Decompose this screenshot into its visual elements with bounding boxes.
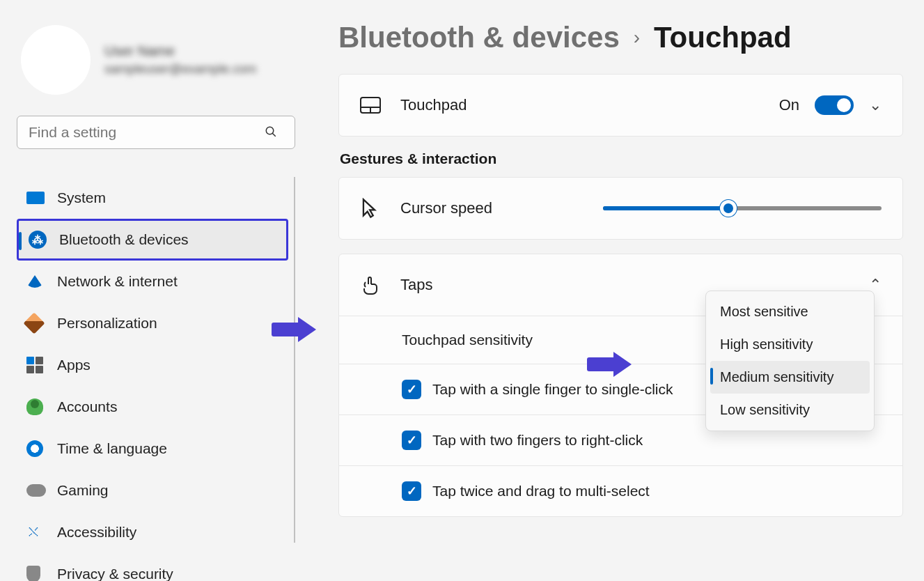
person-icon	[26, 398, 57, 415]
dd-option-medium[interactable]: Medium sensitivity	[710, 361, 870, 394]
slider-fill	[603, 206, 728, 210]
checkbox-label: Tap with two fingers to right-click	[432, 432, 643, 449]
profile-block[interactable]: User Name sampleuser@example.com	[21, 25, 295, 95]
profile-email: sampleuser@example.com	[104, 62, 256, 77]
nav-label: System	[57, 189, 106, 206]
nav-item-personalization[interactable]: Personalization	[17, 302, 288, 344]
nav-item-gaming[interactable]: Gaming	[17, 470, 288, 511]
toggle-state-text: On	[779, 96, 799, 114]
nav-label: Accessibility	[57, 524, 136, 541]
chevron-right-icon: ›	[634, 26, 640, 49]
search-icon	[265, 125, 277, 138]
cursor-speed-row: Cursor speed	[339, 178, 902, 239]
annotation-arrow-icon	[587, 352, 632, 377]
touchpad-toggle[interactable]	[815, 95, 854, 115]
apps-icon	[26, 357, 57, 373]
sensitivity-dropdown[interactable]: Most sensitive High sensitivity Medium s…	[705, 290, 875, 431]
wifi-icon	[26, 275, 57, 288]
nav-label: Accounts	[57, 398, 117, 415]
nav-item-privacy[interactable]: Privacy & security	[17, 553, 288, 581]
nav-item-system[interactable]: System	[17, 177, 288, 219]
avatar	[21, 25, 91, 95]
dd-option-high[interactable]: High sensitivity	[710, 328, 870, 361]
bluetooth-icon: ⁂	[29, 231, 59, 249]
nav-list: System ⁂ Bluetooth & devices Network & i…	[17, 177, 295, 543]
search-wrap	[17, 116, 295, 149]
accessibility-icon: ⛌	[26, 524, 57, 541]
nav-item-time[interactable]: Time & language	[17, 428, 288, 470]
search-input[interactable]	[17, 116, 295, 149]
nav-label: Apps	[57, 357, 91, 373]
dd-option-low[interactable]: Low sensitivity	[710, 394, 870, 426]
svg-line-1	[272, 133, 276, 137]
breadcrumb-current: Touchpad	[654, 21, 792, 54]
main-content: Bluetooth & devices › Touchpad Touchpad …	[306, 0, 924, 581]
shield-icon	[26, 566, 57, 581]
slider-thumb[interactable]	[720, 200, 737, 217]
nav-item-network[interactable]: Network & internet	[17, 261, 288, 302]
checkbox-label: Tap with a single finger to single-click	[432, 381, 673, 398]
cursor-speed-label: Cursor speed	[400, 199, 603, 217]
sidebar: User Name sampleuser@example.com System …	[0, 0, 306, 581]
checkbox-drag-select[interactable]	[402, 481, 421, 501]
touchpad-icon	[360, 97, 400, 114]
section-title: Gestures & interaction	[340, 150, 903, 167]
breadcrumb-parent[interactable]: Bluetooth & devices	[338, 21, 620, 54]
breadcrumb: Bluetooth & devices › Touchpad	[338, 21, 903, 54]
nav-item-apps[interactable]: Apps	[17, 344, 288, 386]
dd-option-most[interactable]: Most sensitive	[710, 295, 870, 328]
touchpad-toggle-card: Touchpad On ⌄	[338, 74, 903, 137]
nav-item-accounts[interactable]: Accounts	[17, 386, 288, 428]
gamepad-icon	[26, 484, 57, 497]
nav-label: Network & internet	[57, 273, 178, 290]
nav-label: Privacy & security	[57, 566, 173, 581]
annotation-arrow-icon	[272, 317, 316, 342]
profile-name: User Name	[104, 43, 256, 59]
monitor-icon	[26, 192, 57, 204]
cursor-speed-card: Cursor speed	[338, 177, 903, 240]
cursor-speed-slider[interactable]	[603, 206, 882, 210]
touchpad-toggle-row[interactable]: Touchpad On ⌄	[339, 75, 902, 136]
checkbox-single-tap[interactable]	[402, 380, 421, 399]
checkbox-label: Tap twice and drag to multi-select	[432, 483, 650, 499]
sensitivity-label: Touchpad sensitivity	[402, 332, 533, 348]
checkbox-two-finger[interactable]	[402, 431, 421, 450]
cursor-icon	[360, 198, 400, 219]
nav-item-bluetooth[interactable]: ⁂ Bluetooth & devices	[17, 219, 288, 261]
nav-item-accessibility[interactable]: ⛌ Accessibility	[17, 511, 288, 553]
chevron-down-icon[interactable]: ⌄	[869, 96, 882, 114]
nav-label: Bluetooth & devices	[59, 231, 189, 248]
nav-label: Time & language	[57, 440, 167, 457]
svg-point-0	[266, 127, 274, 134]
tap-multi-select-row[interactable]: Tap twice and drag to multi-select	[339, 465, 902, 516]
globe-clock-icon	[26, 440, 57, 457]
touchpad-label: Touchpad	[400, 96, 779, 114]
nav-label: Gaming	[57, 482, 109, 499]
tap-icon	[360, 274, 400, 295]
brush-icon	[26, 316, 57, 331]
nav-label: Personalization	[57, 315, 157, 332]
